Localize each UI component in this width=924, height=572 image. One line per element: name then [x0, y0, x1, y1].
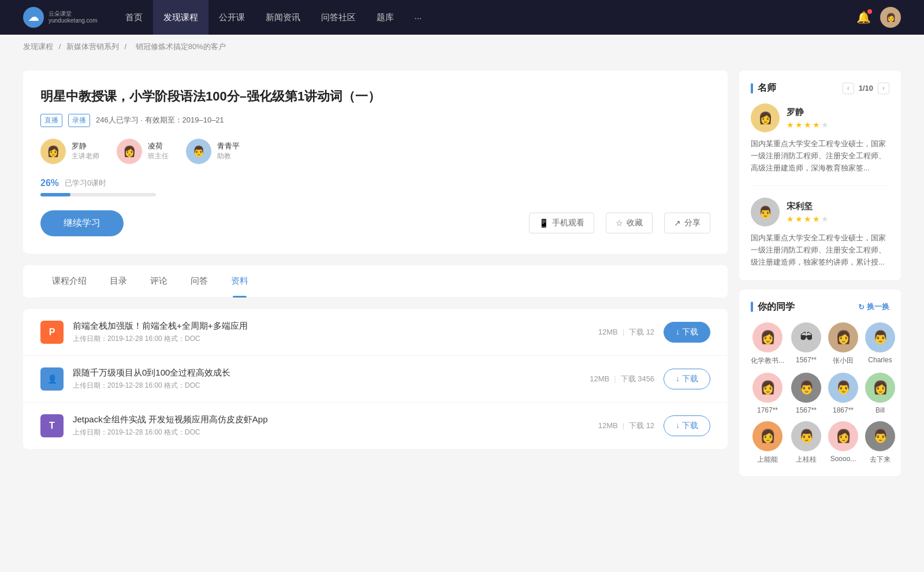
title-bar-icon [751, 83, 753, 94]
teachers-sidebar-card: 名师 ‹ 1/10 › 👩 罗静 ★ [739, 70, 901, 280]
mobile-icon: 📱 [539, 218, 549, 228]
teacher-avatar-1: 👩 [117, 139, 142, 164]
course-header-card: 明星中教授课，小学阶段语法100分–强化级第1讲动词（一） 直播 录播 246人… [23, 70, 728, 254]
nav-item-quiz[interactable]: 题库 [366, 0, 404, 35]
tab-intro[interactable]: 课程介绍 [40, 265, 98, 297]
nav-item-qa[interactable]: 问答社区 [311, 0, 366, 35]
tab-material[interactable]: 资料 [219, 265, 260, 297]
actions-row: 继续学习 📱 手机观看 ☆ 收藏 ↗ 分享 [40, 210, 710, 236]
progress-text: 已学习0课时 [65, 178, 106, 188]
user-avatar[interactable]: 👩 [880, 7, 901, 28]
sidebar-teacher-name-0: 罗静 [787, 107, 829, 118]
sidebar-teacher-stars-1: ★ ★ ★ ★ ★ [787, 214, 829, 224]
classmate-name-10: Soooo... [830, 455, 856, 463]
teacher-avatar-2: 👨 [186, 139, 211, 164]
file-item-2: T Jetpack全组件实战 开发短视频应用高仿皮皮虾App 上传日期：2019… [23, 403, 728, 449]
classmate-avatar-5: 👨 [791, 373, 821, 403]
notification-bell[interactable]: 🔔 [856, 10, 871, 24]
teacher-name-1: 凌荷 [148, 141, 169, 151]
file-stats-0: 12MB | 下载 12 [598, 327, 654, 337]
teacher-name-0: 罗静 [72, 141, 99, 151]
classmate-avatar-11: 👨 [865, 421, 895, 451]
file-stats-1: 12MB | 下载 3456 [590, 374, 654, 384]
classmate-item-4: 👩 1767** [751, 373, 784, 414]
sidebar-teacher-desc-1: 国内某重点大学安全工程专业硕士，国家一级注册消防工程师、注册安全工程师、级注册建… [751, 232, 889, 268]
classmate-item-2: 👩 张小田 [828, 322, 858, 366]
teachers-sidebar-title: 名师 ‹ 1/10 › [751, 82, 889, 94]
file-name-0: 前端全栈加强版！前端全栈+全周期+多端应用 [73, 321, 589, 332]
continue-button[interactable]: 继续学习 [40, 210, 124, 236]
classmate-item-5: 👨 1567** [791, 373, 821, 414]
classmates-title-actions: ↻ 换一换 [858, 302, 889, 312]
page-nav: ‹ 1/10 › [843, 83, 889, 94]
nav-item-open[interactable]: 公开课 [208, 0, 255, 35]
refresh-button[interactable]: ↻ 换一换 [858, 302, 889, 312]
share-button[interactable]: ↗ 分享 [664, 213, 710, 233]
nav-items: 首页 发现课程 公开课 新闻资讯 问答社区 题库 ··· [115, 0, 856, 35]
sidebar-teacher-desc-0: 国内某重点大学安全工程专业硕士，国家一级注册消防工程师、注册安全工程师、高级注册… [751, 138, 889, 174]
teacher-role-0: 主讲老师 [72, 151, 99, 161]
notification-dot [867, 9, 872, 14]
classmate-avatar-2: 👩 [828, 322, 858, 352]
teacher-item-1: 👩 凌荷 班主任 [117, 139, 169, 164]
tag-live: 直播 [40, 114, 62, 127]
tab-review[interactable]: 评论 [139, 265, 179, 297]
sidebar-teacher-1: 👨 宋利坚 ★ ★ ★ ★ ★ 国内某重点大学安全工程专业硕士，国家一级注册消防… [751, 198, 889, 268]
tab-qa[interactable]: 问答 [179, 265, 219, 297]
sidebar-teacher-avatar-1: 👨 [751, 198, 780, 226]
download-button-1[interactable]: ↓ 下载 [664, 369, 710, 389]
classmate-name-0: 化学教书... [751, 356, 784, 366]
course-meta-text: 246人已学习 · 有效期至：2019–10–21 [96, 115, 224, 125]
classmate-item-9: 👨 上桂桂 [791, 421, 821, 465]
progress-bar-bg [40, 193, 156, 196]
classmate-item-3: 👨 Charles [865, 322, 895, 366]
classmate-item-7: 👩 Bill [865, 373, 895, 414]
classmate-item-0: 👩 化学教书... [751, 322, 784, 366]
breadcrumb-link-discover[interactable]: 发现课程 [23, 42, 53, 51]
nav-item-discover[interactable]: 发现课程 [153, 0, 208, 35]
course-title: 明星中教授课，小学阶段语法100分–强化级第1讲动词（一） [40, 88, 710, 106]
logo[interactable]: ☁ 云朵课堂 yunduoketang.com [23, 7, 98, 28]
tabs-list: 课程介绍 目录 评论 问答 资料 [40, 265, 710, 298]
file-icon-2: T [40, 414, 64, 437]
classmate-name-2: 张小田 [833, 356, 854, 366]
file-list: P 前端全栈加强版！前端全栈+全周期+多端应用 上传日期：2019-12-28 … [23, 309, 728, 449]
classmate-name-7: Bill [875, 406, 885, 414]
nav-item-news[interactable]: 新闻资讯 [255, 0, 311, 35]
tag-record: 录播 [68, 114, 90, 127]
tabs-section: 课程介绍 目录 评论 问答 资料 [23, 265, 728, 298]
tab-catalog[interactable]: 目录 [98, 265, 139, 297]
nav-item-home[interactable]: 首页 [115, 0, 153, 35]
download-button-0[interactable]: ↓ 下载 [664, 322, 710, 343]
mobile-view-button[interactable]: 📱 手机观看 [529, 213, 594, 233]
share-icon: ↗ [674, 218, 681, 228]
file-meta-1: 上传日期：2019-12-28 16:00 格式：DOC [73, 381, 580, 391]
sidebar-area: 名师 ‹ 1/10 › 👩 罗静 ★ [739, 70, 901, 485]
title-actions: ‹ 1/10 › [843, 83, 889, 94]
file-info-0: 前端全栈加强版！前端全栈+全周期+多端应用 上传日期：2019-12-28 16… [73, 321, 589, 344]
classmate-item-1: 🕶 1567** [791, 322, 821, 366]
classmate-avatar-4: 👩 [752, 373, 783, 403]
classmate-name-4: 1767** [757, 406, 778, 414]
nav-right: 🔔 👩 [856, 7, 901, 28]
classmate-avatar-0: 👩 [752, 322, 783, 352]
collect-button[interactable]: ☆ 收藏 [606, 213, 653, 233]
file-info-1: 跟随千万级项目从0到100全过程高效成长 上传日期：2019-12-28 16:… [73, 367, 580, 391]
breadcrumb-link-series[interactable]: 新媒体营销系列 [66, 42, 119, 51]
classmate-avatar-8: 👩 [752, 421, 783, 451]
classmate-name-9: 上桂桂 [796, 455, 817, 465]
sidebar-teacher-stars-0: ★ ★ ★ ★ ★ [787, 120, 829, 129]
main-layout: 明星中教授课，小学阶段语法100分–强化级第1讲动词（一） 直播 录播 246人… [0, 59, 924, 497]
progress-section: 26% 已学习0课时 [40, 178, 710, 196]
page-prev-button[interactable]: ‹ [843, 83, 854, 94]
content-area: 明星中教授课，小学阶段语法100分–强化级第1讲动词（一） 直播 录播 246人… [23, 70, 728, 485]
classmate-name-1: 1567** [796, 356, 817, 364]
nav-item-more[interactable]: ··· [404, 0, 433, 35]
classmates-title-bar-icon [751, 302, 753, 312]
classmate-item-8: 👩 上能能 [751, 421, 784, 465]
page-next-button[interactable]: › [878, 83, 889, 94]
classmates-grid: 👩 化学教书... 🕶 1567** 👩 张小田 👨 Charles 👩 [751, 322, 889, 465]
classmate-name-11: 去下来 [870, 455, 891, 465]
download-button-2[interactable]: ↓ 下载 [664, 415, 710, 436]
sidebar-teacher-name-1: 宋利坚 [787, 201, 829, 212]
